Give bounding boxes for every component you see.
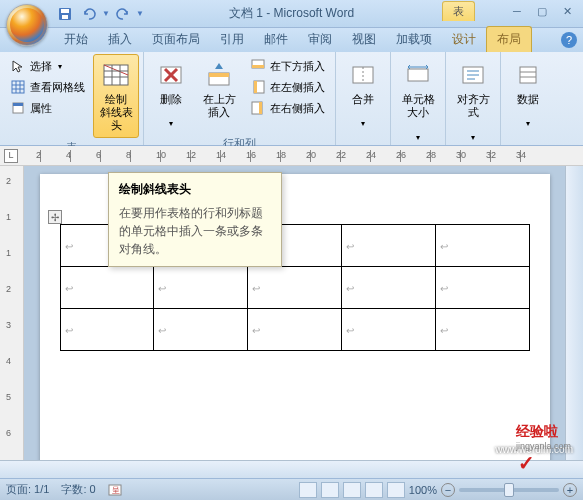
select-button[interactable]: 选择▾	[6, 56, 89, 76]
table-cell[interactable]	[248, 267, 342, 309]
svg-rect-29	[408, 69, 428, 81]
svg-rect-2	[62, 15, 68, 19]
align-button[interactable]: 对齐方式▾	[450, 54, 496, 147]
vertical-scrollbar[interactable]	[565, 166, 583, 460]
tab-home[interactable]: 开始	[54, 27, 98, 52]
cellsize-button[interactable]: 单元格大小▾	[395, 54, 441, 147]
tab-view[interactable]: 视图	[342, 27, 386, 52]
word-count[interactable]: 字数: 0	[61, 482, 95, 497]
help-icon[interactable]: ?	[561, 32, 577, 48]
redo-button[interactable]	[112, 3, 134, 25]
table-anchor-icon[interactable]	[48, 210, 62, 224]
data-icon	[512, 59, 544, 91]
svg-rect-24	[254, 81, 257, 93]
draw-diagonal-header-button[interactable]: 绘制 斜线表头	[93, 54, 139, 138]
horizontal-scrollbar[interactable]	[0, 460, 583, 478]
table-cell[interactable]	[60, 267, 154, 309]
ribbon: 选择▾ 查看网格线 属性 绘制 斜线表头 表 删除▾ 在上方 插入 在下方插入	[0, 52, 583, 146]
quick-access-toolbar: ▼ ▼	[54, 3, 144, 25]
save-button[interactable]	[54, 3, 76, 25]
table-cell[interactable]	[435, 309, 529, 351]
table-cell[interactable]	[154, 267, 248, 309]
watermark-logo: 经验啦jingyanla.com	[516, 423, 571, 475]
tab-references[interactable]: 引用	[210, 27, 254, 52]
view-print-layout[interactable]	[299, 482, 317, 498]
group-rows-cols: 删除▾ 在上方 插入 在下方插入 在左侧插入 在右侧插入 行和列	[144, 52, 336, 145]
merge-button[interactable]: 合并▾	[340, 54, 386, 134]
table-cell[interactable]	[435, 225, 529, 267]
cellsize-icon	[402, 59, 434, 91]
window-title: 文档 1 - Microsoft Word	[229, 5, 354, 22]
view-fullscreen[interactable]	[321, 482, 339, 498]
zoom-level[interactable]: 100%	[409, 484, 437, 496]
table-cell[interactable]	[341, 225, 435, 267]
group-data: 数据▾	[501, 52, 555, 145]
insert-below-button[interactable]: 在下方插入	[246, 56, 329, 76]
zoom-slider[interactable]	[459, 488, 559, 492]
cursor-icon	[10, 58, 26, 74]
svg-rect-1	[61, 9, 69, 13]
office-button[interactable]	[6, 4, 48, 46]
zoom-out-button[interactable]: −	[441, 483, 455, 497]
group-table: 选择▾ 查看网格线 属性 绘制 斜线表头 表	[0, 52, 144, 145]
vertical-ruler[interactable]: 21123456	[0, 166, 24, 460]
language-indicator[interactable]: 呈	[108, 483, 122, 497]
delete-button[interactable]: 删除▾	[148, 54, 194, 134]
align-icon	[457, 59, 489, 91]
insert-below-icon	[250, 58, 266, 74]
minimize-button[interactable]: ─	[505, 2, 529, 20]
svg-rect-10	[104, 65, 128, 85]
undo-dropdown-icon[interactable]: ▼	[102, 9, 110, 18]
tab-review[interactable]: 审阅	[298, 27, 342, 52]
tab-addins[interactable]: 加载项	[386, 27, 442, 52]
tooltip-body: 在要用作表格的行和列标题的单元格中插入一条或多条对角线。	[119, 204, 271, 258]
horizontal-ruler[interactable]: L 246810121416182022242628303234	[0, 146, 583, 166]
data-button[interactable]: 数据▾	[505, 54, 551, 134]
svg-text:呈: 呈	[112, 486, 120, 495]
qat-customize-icon[interactable]: ▼	[136, 9, 144, 18]
context-tab-label: 表	[442, 1, 475, 21]
svg-rect-22	[252, 65, 264, 68]
tab-design[interactable]: 设计	[442, 27, 486, 52]
grid-icon	[10, 79, 26, 95]
tab-mailings[interactable]: 邮件	[254, 27, 298, 52]
view-draft[interactable]	[387, 482, 405, 498]
properties-icon	[10, 100, 26, 116]
insert-above-button[interactable]: 在上方 插入	[196, 54, 242, 134]
view-web[interactable]	[343, 482, 361, 498]
zoom-thumb[interactable]	[504, 483, 514, 497]
page-indicator[interactable]: 页面: 1/1	[6, 482, 49, 497]
view-outline[interactable]	[365, 482, 383, 498]
diagonal-table-icon	[100, 59, 132, 91]
tab-insert[interactable]: 插入	[98, 27, 142, 52]
gridlines-button[interactable]: 查看网格线	[6, 77, 89, 97]
table-cell[interactable]	[341, 309, 435, 351]
close-button[interactable]: ✕	[555, 2, 579, 20]
merge-icon	[347, 59, 379, 91]
undo-button[interactable]	[78, 3, 100, 25]
insert-above-icon	[203, 59, 235, 91]
table-cell[interactable]	[60, 309, 154, 351]
table-cell[interactable]	[341, 267, 435, 309]
insert-right-button[interactable]: 在右侧插入	[246, 98, 329, 118]
group-cellsize: 单元格大小▾	[391, 52, 446, 145]
table-row	[60, 267, 529, 309]
page-scroll[interactable]	[24, 166, 565, 460]
tooltip: 绘制斜线表头 在要用作表格的行和列标题的单元格中插入一条或多条对角线。	[108, 172, 282, 267]
maximize-button[interactable]: ▢	[530, 2, 554, 20]
svg-rect-26	[259, 102, 262, 114]
properties-button[interactable]: 属性	[6, 98, 89, 118]
tab-selector[interactable]: L	[4, 149, 18, 163]
tooltip-title: 绘制斜线表头	[119, 181, 271, 198]
ribbon-tabs: 开始 插入 页面布局 引用 邮件 审阅 视图 加载项 设计 布局 ?	[0, 28, 583, 52]
table-cell[interactable]	[435, 267, 529, 309]
tab-layout[interactable]: 布局	[486, 26, 532, 52]
insert-left-button[interactable]: 在左侧插入	[246, 77, 329, 97]
table-cell[interactable]	[248, 309, 342, 351]
group-align: 对齐方式▾	[446, 52, 501, 145]
table-cell[interactable]	[154, 309, 248, 351]
svg-rect-9	[13, 103, 23, 106]
table-row	[60, 309, 529, 351]
tab-pagelayout[interactable]: 页面布局	[142, 27, 210, 52]
zoom-in-button[interactable]: +	[563, 483, 577, 497]
